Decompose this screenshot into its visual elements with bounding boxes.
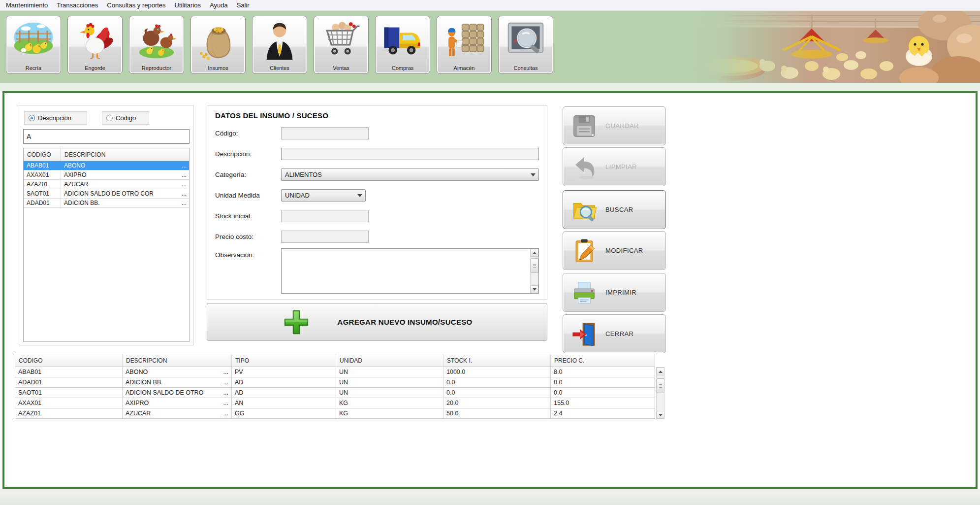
poultry-header-photo xyxy=(689,11,980,83)
list-item[interactable]: SAOT01 ADICION SALDO DE OTRO COR ... xyxy=(24,189,189,199)
limpiar-button[interactable]: LIPMPIAR xyxy=(563,147,666,186)
cell-stock: 50.0 xyxy=(443,408,551,418)
scroll-up-icon[interactable] xyxy=(531,249,538,257)
toolbar-button-reproductor[interactable]: Reproductor xyxy=(129,16,184,74)
cell-tipo: GG xyxy=(232,408,336,418)
cell-tipo: PV xyxy=(232,367,336,377)
agregar-insumo-button[interactable]: AGREGAR NUEVO INSUMO/SUCESO xyxy=(207,303,547,341)
list-cell-descripcion: ABONO ... xyxy=(61,161,189,170)
cerrar-button[interactable]: CERRAR xyxy=(563,314,666,353)
scroll-down-icon[interactable] xyxy=(531,285,538,293)
scroll-down-icon[interactable] xyxy=(657,411,664,419)
cell-codigo: ABAB01 xyxy=(15,367,123,377)
toolbar-button-consultas[interactable]: Consultas xyxy=(498,16,553,74)
scroll-up-icon[interactable] xyxy=(657,368,664,375)
hen-family-icon xyxy=(134,19,179,62)
scroll-thumb[interactable] xyxy=(657,378,664,393)
toolbar-label: Clientes xyxy=(270,65,289,71)
list-header-codigo[interactable]: CODIGO xyxy=(24,148,61,161)
grain-sack-icon xyxy=(195,19,241,62)
toolbar-button-almacen[interactable]: Almacén xyxy=(437,16,492,74)
imprimir-button[interactable]: IMPRIMIR xyxy=(563,273,666,312)
toolbar-label: Engorde xyxy=(85,65,105,71)
toolbar: Recría Engorde xyxy=(0,11,980,83)
radio-codigo[interactable]: Código xyxy=(102,111,149,125)
menu-transacciones[interactable]: Transacciones xyxy=(52,0,102,11)
header-stock[interactable]: STOCK I. xyxy=(443,354,551,367)
list-header-descripcion[interactable]: DESCRIPCION xyxy=(61,148,189,161)
radio-unselected-icon xyxy=(106,115,113,121)
list-desc-text: ADICION BB. xyxy=(64,200,100,206)
modificar-button[interactable]: MODIFICAR xyxy=(563,231,666,270)
toolbar-button-engorde[interactable]: Engorde xyxy=(67,16,123,74)
list-cell-descripcion: AZUCAR ... xyxy=(61,180,189,189)
list-cell-codigo: ADAD01 xyxy=(24,199,61,207)
guardar-button[interactable]: GUARDAR xyxy=(563,106,666,145)
cell-desc-text: AZUCAR xyxy=(126,410,151,417)
stock-inicial-field[interactable] xyxy=(281,210,369,222)
buscar-button[interactable]: BUSCAR xyxy=(563,190,666,229)
list-cell-descripcion: ADICION BB. ... xyxy=(61,199,189,207)
radio-descripcion[interactable]: Descripción xyxy=(24,111,87,125)
cell-precio: 8.0 xyxy=(551,367,655,377)
menu-salir[interactable]: Salir xyxy=(232,0,254,11)
shopping-cart-icon xyxy=(318,19,364,62)
list-item[interactable]: ABAB01 ABONO ... xyxy=(24,161,189,170)
header-unidad[interactable]: UNIDAD xyxy=(336,354,443,367)
menu-consultas-reportes[interactable]: Consultas y reportes xyxy=(102,0,170,11)
observacion-scrollbar[interactable] xyxy=(530,249,538,293)
toolbar-label: Ventas xyxy=(333,65,349,71)
precio-costo-field[interactable] xyxy=(281,231,369,243)
list-item[interactable]: AZAZ01 AZUCAR ... xyxy=(24,180,189,189)
table-row[interactable]: SAOT01 ADICION SALDO DE OTRO ... AD UN 0… xyxy=(15,388,655,398)
header-tipo[interactable]: TIPO xyxy=(232,354,336,367)
cell-tipo: AD xyxy=(232,388,336,398)
toolbar-button-insumos[interactable]: Insumos xyxy=(190,16,246,74)
header-precio[interactable]: PRECIO C. xyxy=(551,354,655,367)
unidad-medida-select[interactable]: UNIDAD xyxy=(281,189,366,202)
exit-door-icon xyxy=(571,321,598,347)
list-desc-text: AXIPRO xyxy=(64,171,86,178)
modificar-label: MODIFICAR xyxy=(605,247,643,254)
guardar-label: GUARDAR xyxy=(605,122,639,130)
chevron-down-icon xyxy=(357,194,362,197)
menu-ayuda[interactable]: Ayuda xyxy=(205,0,232,11)
cell-descripcion: AZUCAR ... xyxy=(123,408,232,418)
toolbar-label: Almacén xyxy=(454,65,475,71)
list-desc-text: ADICION SALDO DE OTRO COR xyxy=(64,190,154,197)
radio-selected-icon xyxy=(29,115,35,121)
toolbar-button-clientes[interactable]: Clientes xyxy=(252,16,307,74)
menu-mantenimiento[interactable]: Mantenimiento xyxy=(1,0,52,11)
chevron-down-icon xyxy=(531,173,536,176)
observacion-field[interactable] xyxy=(282,249,530,293)
categoria-select[interactable]: ALIMENTOS xyxy=(281,168,539,181)
limpiar-label: LIPMPIAR xyxy=(605,163,637,170)
header-codigo[interactable]: CODIGO xyxy=(15,354,123,367)
cell-ellipsis: ... xyxy=(223,400,228,406)
toolbar-label: Recría xyxy=(26,65,41,71)
cell-stock: 0.0 xyxy=(443,388,551,398)
table-row[interactable]: AZAZ01 AZUCAR ... GG KG 50.0 2.4 xyxy=(15,408,655,419)
menu-bar: Mantenimiento Transacciones Consultas y … xyxy=(0,0,980,11)
results-table: CODIGO DESCRIPCION TIPO UNIDAD STOCK I. … xyxy=(15,354,655,419)
menu-utilitarios[interactable]: Utilitarios xyxy=(170,0,205,11)
toolbar-button-recria[interactable]: Recría xyxy=(6,16,61,74)
list-item[interactable]: ADAD01 ADICION BB. ... xyxy=(24,199,189,208)
cell-ellipsis: ... xyxy=(223,389,228,396)
clipboard-pencil-icon xyxy=(571,237,598,264)
search-input[interactable] xyxy=(23,129,190,144)
cell-ellipsis: ... xyxy=(223,379,228,386)
table-row[interactable]: ADAD01 ADICION BB. ... AD UN 0.0 0.0 xyxy=(15,377,655,388)
table-row[interactable]: AXAX01 AXIPRO ... AN KG 20.0 155.0 xyxy=(15,398,655,408)
table-row[interactable]: ABAB01 ABONO ... PV UN 1000.0 8.0 xyxy=(15,367,655,377)
folder-search-icon xyxy=(571,197,598,223)
cell-descripcion: ABONO ... xyxy=(123,367,232,377)
toolbar-button-compras[interactable]: Compras xyxy=(375,16,430,74)
scroll-thumb[interactable] xyxy=(531,258,538,273)
codigo-field[interactable] xyxy=(281,127,369,139)
list-item[interactable]: AXAX01 AXIPRO ... xyxy=(24,170,189,180)
descripcion-field[interactable] xyxy=(281,148,539,160)
toolbar-button-ventas[interactable]: Ventas xyxy=(314,16,369,74)
header-descripcion[interactable]: DESCRIPCION xyxy=(123,354,232,367)
results-table-scrollbar[interactable] xyxy=(656,367,664,419)
